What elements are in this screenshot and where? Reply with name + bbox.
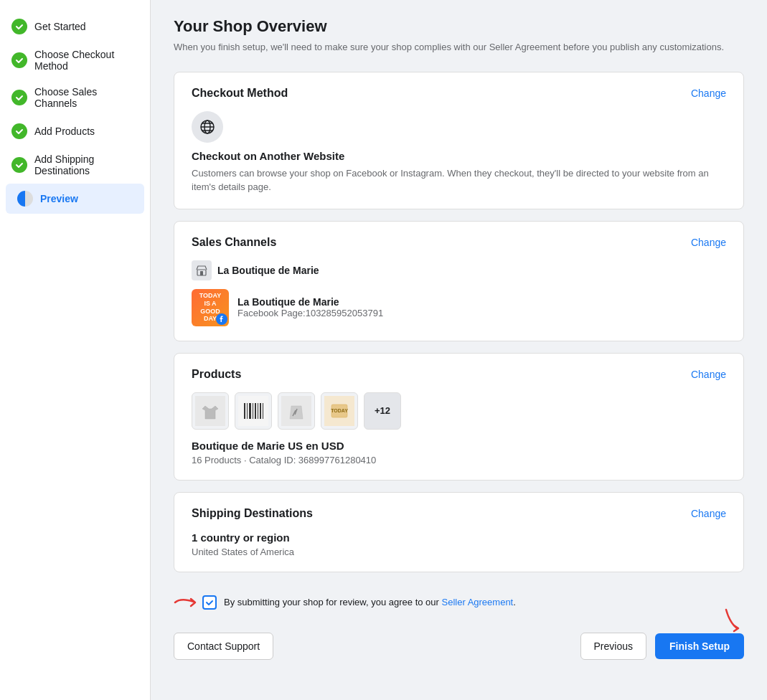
catalog-info: 16 Products · Catalog ID: 36899776128041… [192,455,726,465]
agreement-row: By submitting your shop for review, you … [174,584,744,621]
check-icon-products [11,123,27,139]
main-content: Your Shop Overview When you finish setup… [151,0,767,700]
globe-icon [192,111,223,143]
sidebar-item-preview[interactable]: Preview [6,184,144,214]
sales-card-title: Sales Channels [192,236,276,249]
svg-rect-15 [260,403,261,419]
check-icon-checkout [11,52,27,68]
checkout-card-header: Checkout Method Change [192,87,726,100]
channel-avatar: TODAYIS AGOODDAY [192,289,229,326]
svg-rect-13 [255,403,256,419]
page-subtitle: When you finish setup, we'll need to mak… [174,40,744,55]
svg-rect-12 [253,403,253,419]
channel-info: La Boutique de Marie Facebook Page:10328… [237,296,383,318]
sales-channels-card: Sales Channels Change La Boutique de Mar… [174,221,744,341]
products-card-title: Products [192,368,241,381]
previous-button[interactable]: Previous [580,633,646,660]
sidebar-item-add-shipping[interactable]: Add Shipping Destinations [0,146,150,184]
checkout-method-card: Checkout Method Change Checkout on Anoth… [174,72,744,209]
shipping-change-link[interactable]: Change [691,508,726,519]
svg-rect-11 [249,403,251,419]
shipping-card-title: Shipping Destinations [192,507,313,520]
check-icon [11,19,27,34]
agreement-checkbox[interactable] [202,595,217,610]
products-card: Products Change [174,353,744,481]
sidebar-item-get-started[interactable]: Get Started [0,11,150,42]
finish-setup-button[interactable]: Finish Setup [655,633,744,659]
sidebar-item-choose-checkout[interactable]: Choose Checkout Method [0,42,150,79]
sales-change-link[interactable]: Change [691,237,726,248]
sidebar-label-preview: Preview [40,193,78,204]
sidebar: Get Started Choose Checkout Method Choos… [0,0,151,700]
channel-profile-id: Facebook Page:103285952053791 [237,308,383,318]
channel-header: La Boutique de Marie [192,260,726,280]
red-arrow-finish [708,608,744,634]
sidebar-item-add-products[interactable]: Add Products [0,116,150,146]
agreement-text: By submitting your shop for review, you … [224,597,516,607]
svg-rect-10 [247,403,248,419]
channel-profile-name: La Boutique de Marie [237,296,383,308]
catalog-name: Boutique de Marie US en USD [192,440,726,452]
page-title: Your Shop Overview [174,17,744,36]
shipping-country-name: United States of America [192,547,726,557]
product-thumb-2 [235,392,272,430]
svg-rect-9 [244,403,245,419]
contact-support-button[interactable]: Contact Support [174,633,273,660]
checkout-method-desc: Customers can browse your shop on Facebo… [192,166,726,194]
checkout-change-link[interactable]: Change [691,88,726,99]
bottom-bar: Contact Support Previous Finish Setup [174,621,744,666]
channel-profile: TODAYIS AGOODDAY La Boutique de Marie Fa… [192,289,726,326]
svg-rect-16 [263,403,263,419]
check-icon-shipping [11,157,27,173]
svg-rect-6 [200,271,203,275]
shipping-card-header: Shipping Destinations Change [192,507,726,520]
half-circle-icon [17,191,33,207]
products-change-link[interactable]: Change [691,369,726,380]
sidebar-label-add-shipping: Add Shipping Destinations [34,153,138,176]
channel-name: La Boutique de Marie [217,265,319,276]
shipping-card: Shipping Destinations Change 1 country o… [174,492,744,572]
channel-store-icon [192,260,212,280]
product-thumbnails: TODAY +12 [192,392,726,430]
product-thumb-1 [192,392,229,430]
facebook-badge [216,313,227,325]
sidebar-label-choose-sales: Choose Sales Channels [34,86,138,109]
svg-text:TODAY: TODAY [331,408,348,413]
sidebar-label-add-products: Add Products [34,126,95,137]
sidebar-label-choose-checkout: Choose Checkout Method [34,49,138,72]
red-arrow-checkbox [174,592,198,613]
sales-card-header: Sales Channels Change [192,236,726,249]
check-icon-sales [11,90,27,105]
products-card-header: Products Change [192,368,726,381]
shipping-country-count: 1 country or region [192,531,726,544]
sidebar-item-choose-sales[interactable]: Choose Sales Channels [0,79,150,116]
product-thumb-3 [278,392,315,430]
svg-rect-14 [258,403,258,419]
product-thumb-4: TODAY [321,392,358,430]
product-thumb-more: +12 [364,392,401,430]
checkout-method-title: Checkout on Another Website [192,150,726,162]
right-buttons: Previous Finish Setup [580,633,744,660]
sidebar-label-get-started: Get Started [34,21,86,32]
checkout-card-title: Checkout Method [192,87,288,100]
seller-agreement-link[interactable]: Seller Agreement [442,597,514,607]
